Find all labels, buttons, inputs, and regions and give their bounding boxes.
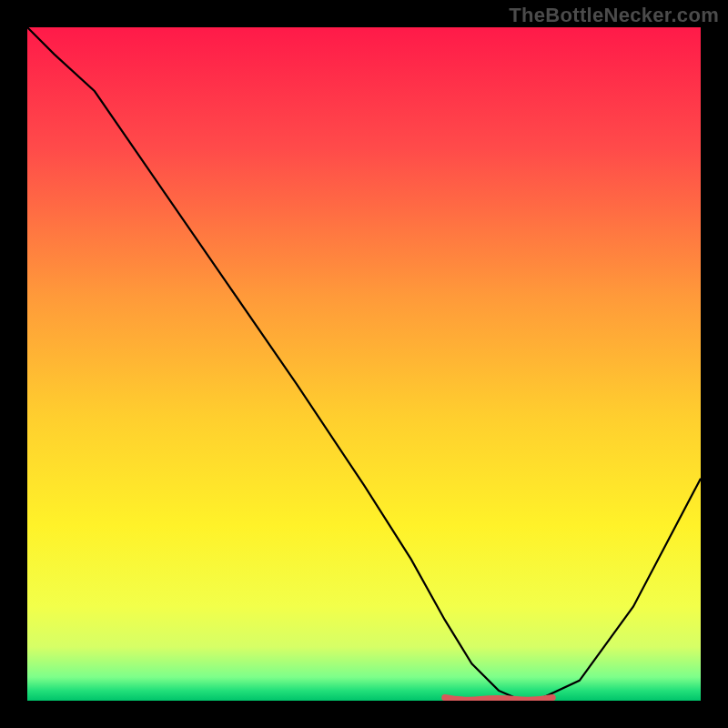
highlight-band	[445, 698, 552, 701]
plot-area	[27, 27, 701, 701]
chart-stage: TheBottleNecker.com	[0, 0, 728, 728]
gradient-background	[27, 27, 701, 701]
watermark-text: TheBottleNecker.com	[509, 4, 719, 27]
plot-svg	[27, 27, 701, 701]
